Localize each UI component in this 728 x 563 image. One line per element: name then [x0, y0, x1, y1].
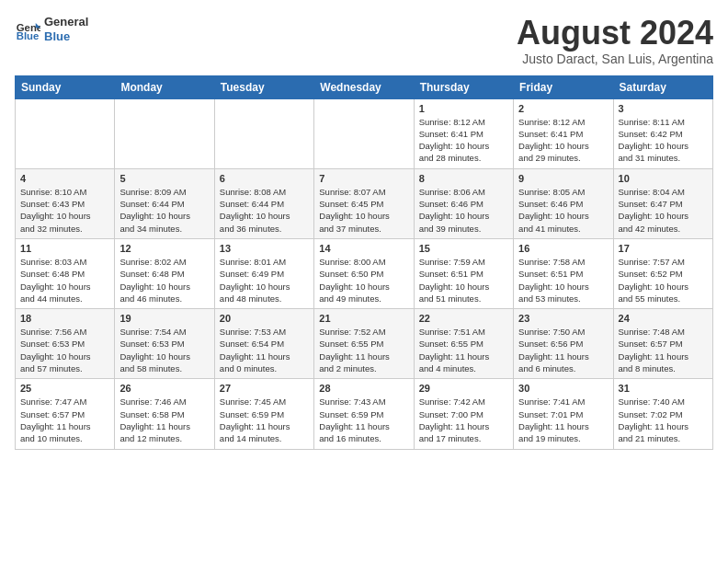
day-info: Sunrise: 7:48 AM Sunset: 6:57 PM Dayligh…	[619, 326, 708, 374]
weekday-header: Monday	[115, 75, 214, 98]
day-number: 6	[220, 173, 309, 184]
day-number: 12	[119, 243, 209, 254]
day-number: 18	[20, 313, 109, 324]
title-block: August 2024 Justo Daract, San Luis, Arge…	[517, 15, 713, 66]
day-number: 17	[619, 243, 708, 254]
day-number: 15	[419, 243, 508, 254]
day-cell: 18Sunrise: 7:56 AM Sunset: 6:53 PM Dayli…	[16, 309, 115, 379]
day-info: Sunrise: 7:41 AM Sunset: 7:01 PM Dayligh…	[518, 396, 608, 444]
day-info: Sunrise: 8:12 AM Sunset: 6:41 PM Dayligh…	[419, 116, 508, 165]
calendar-table: SundayMondayTuesdayWednesdayThursdayFrid…	[15, 75, 713, 450]
day-info: Sunrise: 7:40 AM Sunset: 7:02 PM Dayligh…	[619, 396, 708, 444]
logo-line2: Blue	[44, 29, 88, 44]
day-info: Sunrise: 8:00 AM Sunset: 6:50 PM Dayligh…	[319, 256, 408, 304]
day-info: Sunrise: 8:07 AM Sunset: 6:45 PM Dayligh…	[319, 186, 408, 235]
calendar-header: SundayMondayTuesdayWednesdayThursdayFrid…	[16, 75, 713, 98]
day-cell: 7Sunrise: 8:07 AM Sunset: 6:45 PM Daylig…	[314, 168, 414, 238]
day-cell: 8Sunrise: 8:06 AM Sunset: 6:46 PM Daylig…	[414, 168, 513, 238]
day-cell: 4Sunrise: 8:10 AM Sunset: 6:43 PM Daylig…	[16, 168, 115, 238]
logo-line1: General	[44, 15, 88, 29]
day-number: 29	[419, 383, 508, 394]
day-number: 5	[119, 173, 209, 184]
day-cell: 28Sunrise: 7:43 AM Sunset: 6:59 PM Dayli…	[314, 379, 414, 449]
day-cell: 17Sunrise: 7:57 AM Sunset: 6:52 PM Dayli…	[613, 238, 712, 308]
day-number: 7	[319, 173, 408, 184]
weekday-row: SundayMondayTuesdayWednesdayThursdayFrid…	[16, 75, 713, 98]
week-row: 1Sunrise: 8:12 AM Sunset: 6:41 PM Daylig…	[16, 98, 713, 168]
day-cell: 14Sunrise: 8:00 AM Sunset: 6:50 PM Dayli…	[314, 238, 414, 308]
weekday-header: Wednesday	[314, 75, 414, 98]
day-number: 4	[20, 173, 109, 184]
day-info: Sunrise: 7:43 AM Sunset: 6:59 PM Dayligh…	[319, 396, 408, 444]
day-info: Sunrise: 8:11 AM Sunset: 6:42 PM Dayligh…	[619, 116, 708, 165]
day-cell: 19Sunrise: 7:54 AM Sunset: 6:53 PM Dayli…	[115, 309, 214, 379]
day-number: 27	[220, 383, 309, 394]
day-number: 11	[20, 243, 109, 254]
day-cell: 2Sunrise: 8:12 AM Sunset: 6:41 PM Daylig…	[514, 98, 613, 168]
day-number: 21	[319, 313, 408, 324]
day-info: Sunrise: 7:52 AM Sunset: 6:55 PM Dayligh…	[319, 326, 408, 374]
weekday-header: Saturday	[613, 75, 712, 98]
day-info: Sunrise: 7:53 AM Sunset: 6:54 PM Dayligh…	[220, 326, 309, 374]
day-number: 24	[619, 313, 708, 324]
day-info: Sunrise: 7:51 AM Sunset: 6:55 PM Dayligh…	[419, 326, 508, 374]
day-number: 13	[220, 243, 309, 254]
day-info: Sunrise: 8:08 AM Sunset: 6:44 PM Dayligh…	[220, 186, 309, 235]
day-cell: 6Sunrise: 8:08 AM Sunset: 6:44 PM Daylig…	[214, 168, 313, 238]
day-info: Sunrise: 7:47 AM Sunset: 6:57 PM Dayligh…	[20, 396, 109, 444]
weekday-header: Sunday	[16, 75, 115, 98]
day-info: Sunrise: 8:04 AM Sunset: 6:47 PM Dayligh…	[619, 186, 708, 235]
day-info: Sunrise: 7:58 AM Sunset: 6:51 PM Dayligh…	[518, 256, 608, 304]
day-info: Sunrise: 7:57 AM Sunset: 6:52 PM Dayligh…	[619, 256, 708, 304]
weekday-header: Friday	[514, 75, 613, 98]
day-cell: 20Sunrise: 7:53 AM Sunset: 6:54 PM Dayli…	[214, 309, 313, 379]
day-cell: 27Sunrise: 7:45 AM Sunset: 6:59 PM Dayli…	[214, 379, 313, 449]
day-info: Sunrise: 7:59 AM Sunset: 6:51 PM Dayligh…	[419, 256, 508, 304]
day-number: 19	[119, 313, 209, 324]
day-cell: 30Sunrise: 7:41 AM Sunset: 7:01 PM Dayli…	[514, 379, 613, 449]
day-cell	[115, 98, 214, 168]
day-number: 8	[419, 173, 508, 184]
day-info: Sunrise: 8:06 AM Sunset: 6:46 PM Dayligh…	[419, 186, 508, 235]
day-info: Sunrise: 7:56 AM Sunset: 6:53 PM Dayligh…	[20, 326, 109, 374]
day-number: 25	[20, 383, 109, 394]
logo: General Blue General Blue	[15, 15, 88, 43]
day-info: Sunrise: 7:54 AM Sunset: 6:53 PM Dayligh…	[119, 326, 209, 374]
day-cell: 26Sunrise: 7:46 AM Sunset: 6:58 PM Dayli…	[115, 379, 214, 449]
day-cell: 15Sunrise: 7:59 AM Sunset: 6:51 PM Dayli…	[414, 238, 513, 308]
week-row: 4Sunrise: 8:10 AM Sunset: 6:43 PM Daylig…	[16, 168, 713, 238]
day-info: Sunrise: 7:45 AM Sunset: 6:59 PM Dayligh…	[220, 396, 309, 444]
location: Justo Daract, San Luis, Argentina	[517, 52, 713, 66]
day-info: Sunrise: 8:05 AM Sunset: 6:46 PM Dayligh…	[518, 186, 608, 235]
month-year: August 2024	[517, 15, 713, 52]
day-number: 14	[319, 243, 408, 254]
day-info: Sunrise: 8:12 AM Sunset: 6:41 PM Dayligh…	[518, 116, 608, 165]
day-cell: 13Sunrise: 8:01 AM Sunset: 6:49 PM Dayli…	[214, 238, 313, 308]
day-cell: 10Sunrise: 8:04 AM Sunset: 6:47 PM Dayli…	[613, 168, 712, 238]
day-info: Sunrise: 8:02 AM Sunset: 6:48 PM Dayligh…	[119, 256, 209, 304]
logo-icon: General Blue	[15, 17, 40, 42]
day-cell: 21Sunrise: 7:52 AM Sunset: 6:55 PM Dayli…	[314, 309, 414, 379]
day-number: 26	[119, 383, 209, 394]
day-info: Sunrise: 7:50 AM Sunset: 6:56 PM Dayligh…	[518, 326, 608, 374]
weekday-header: Tuesday	[214, 75, 313, 98]
day-cell: 23Sunrise: 7:50 AM Sunset: 6:56 PM Dayli…	[514, 309, 613, 379]
day-info: Sunrise: 7:46 AM Sunset: 6:58 PM Dayligh…	[119, 396, 209, 444]
day-number: 31	[619, 383, 708, 394]
day-cell: 24Sunrise: 7:48 AM Sunset: 6:57 PM Dayli…	[613, 309, 712, 379]
day-cell: 5Sunrise: 8:09 AM Sunset: 6:44 PM Daylig…	[115, 168, 214, 238]
day-cell	[16, 98, 115, 168]
day-number: 30	[518, 383, 608, 394]
day-info: Sunrise: 8:01 AM Sunset: 6:49 PM Dayligh…	[220, 256, 309, 304]
day-cell: 9Sunrise: 8:05 AM Sunset: 6:46 PM Daylig…	[514, 168, 613, 238]
day-number: 22	[419, 313, 508, 324]
day-info: Sunrise: 8:03 AM Sunset: 6:48 PM Dayligh…	[20, 256, 109, 304]
day-cell: 29Sunrise: 7:42 AM Sunset: 7:00 PM Dayli…	[414, 379, 513, 449]
day-cell: 3Sunrise: 8:11 AM Sunset: 6:42 PM Daylig…	[613, 98, 712, 168]
day-number: 9	[518, 173, 608, 184]
day-number: 28	[319, 383, 408, 394]
page-header: General Blue General Blue August 2024 Ju…	[15, 15, 713, 66]
day-number: 20	[220, 313, 309, 324]
day-cell: 31Sunrise: 7:40 AM Sunset: 7:02 PM Dayli…	[613, 379, 712, 449]
day-number: 1	[419, 103, 508, 114]
